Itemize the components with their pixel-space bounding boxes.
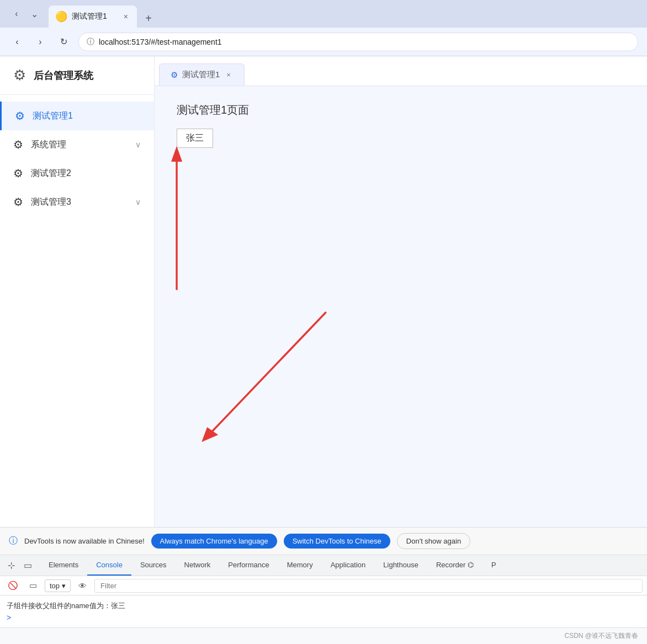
sidebar-item-test1[interactable]: ⚙ 测试管理1 (0, 102, 154, 130)
console-context-label: top (50, 582, 60, 590)
devtools-tab-memory[interactable]: Memory (278, 555, 322, 576)
console-prompt-line: > (7, 612, 640, 623)
switch-to-chinese-button[interactable]: Switch DevTools to Chinese (284, 534, 390, 549)
name-value-badge[interactable]: 张三 (177, 129, 213, 148)
bottom-bar: CSDN @谁不远飞魏青春 (0, 627, 647, 644)
main-tab-title: 测试管理1 (182, 70, 220, 80)
sidebar-logo-icon: ⚙ (13, 67, 26, 84)
chevron-down-icon: ▾ (62, 582, 66, 590)
main-tab-close-button[interactable]: × (224, 70, 233, 80)
nav-label-test3: 测试管理3 (31, 196, 71, 208)
new-tab-button[interactable]: + (139, 9, 158, 28)
tab-close-button[interactable]: × (121, 11, 130, 22)
devtools-tab-more[interactable]: P (482, 555, 505, 576)
nav-label-test2: 测试管理2 (31, 168, 71, 179)
annotation-arrows (155, 86, 647, 527)
main-content: ⚙ 测试管理1 × 测试管理1页面 张三 (155, 56, 647, 527)
svg-marker-1 (171, 146, 182, 162)
main-tab-icon: ⚙ (171, 70, 178, 80)
address-bar: ‹ › ↻ ⓘ localhost:5173/#/test-management… (0, 28, 647, 56)
devtools-tab-elements[interactable]: Elements (40, 555, 87, 576)
svg-marker-3 (201, 427, 218, 442)
footer-text: CSDN @谁不远飞魏青春 (564, 632, 638, 640)
page-title: 测试管理1页面 (177, 103, 625, 118)
devtools-icon-device[interactable]: ▭ (20, 557, 35, 574)
sidebar-item-test2[interactable]: ⚙ 测试管理2 (0, 159, 154, 188)
sidebar-item-system[interactable]: ⚙ 系统管理 ∨ (0, 130, 154, 159)
forward-button[interactable]: › (32, 34, 49, 50)
devtools-tab-performance[interactable]: Performance (219, 555, 278, 576)
main-tab-item[interactable]: ⚙ 测试管理1 × (159, 63, 245, 86)
nav-icon-system: ⚙ (13, 138, 23, 151)
nav-label-system: 系统管理 (31, 139, 66, 151)
nav-arrow-test3: ∨ (135, 198, 141, 206)
devtools-tab-bar: ⊹ ▭ Elements Console Sources Network Per… (0, 555, 647, 576)
page-content-area: 测试管理1页面 张三 (155, 86, 647, 527)
main-tab-bar: ⚙ 测试管理1 × (155, 56, 647, 86)
devtools-tab-application[interactable]: Application (322, 555, 375, 576)
devtools-tab-network[interactable]: Network (176, 555, 220, 576)
app-wrapper: ⚙ 后台管理系统 ⚙ 测试管理1 ⚙ 系统管理 ∨ ⚙ 测试管理2 ⚙ (0, 56, 647, 527)
dont-show-again-button[interactable]: Don't show again (397, 533, 470, 549)
console-log-text: 子组件接收父组件的name值为：张三 (7, 601, 125, 611)
devtools-console-toolbar: 🚫 ▭ top ▾ 👁 (0, 576, 647, 595)
nav-icon-test3: ⚙ (13, 195, 23, 209)
devtools-tab-sources[interactable]: Sources (131, 555, 176, 576)
notification-info-icon: ⓘ (9, 535, 18, 547)
sidebar-title: 后台管理系统 (34, 69, 93, 82)
console-filter-input[interactable] (94, 579, 643, 593)
url-bar[interactable]: ⓘ localhost:5173/#/test-management1 (78, 33, 638, 51)
devtools-tab-console[interactable]: Console (87, 555, 131, 576)
devtools-icons-group: ⊹ ▭ (0, 557, 40, 574)
devtools-tab-recorder[interactable]: Recorder ⌬ (427, 555, 482, 576)
console-context-dropdown[interactable]: top ▾ (45, 579, 71, 592)
nav-icon-test1: ⚙ (15, 109, 25, 123)
info-icon: ⓘ (87, 37, 94, 47)
reload-button[interactable]: ↻ (55, 34, 72, 50)
back-button[interactable]: ‹ (9, 34, 25, 50)
nav-arrow-system: ∨ (135, 140, 141, 149)
devtools-notification-bar: ⓘ DevTools is now available in Chinese! … (0, 527, 647, 555)
sidebar-nav: ⚙ 测试管理1 ⚙ 系统管理 ∨ ⚙ 测试管理2 ⚙ 测试管理3 ∨ (0, 95, 154, 527)
sidebar: ⚙ 后台管理系统 ⚙ 测试管理1 ⚙ 系统管理 ∨ ⚙ 测试管理2 ⚙ (0, 56, 155, 527)
devtools-tab-lighthouse[interactable]: Lighthouse (374, 555, 427, 576)
console-eye-button[interactable]: 👁 (75, 579, 90, 593)
console-toggle-button[interactable]: ▭ (26, 578, 40, 593)
svg-line-2 (210, 312, 326, 434)
tab-controls: ‹ ⌄ (4, 0, 46, 28)
match-language-button[interactable]: Always match Chrome's language (151, 534, 277, 549)
sidebar-item-test3[interactable]: ⚙ 测试管理3 ∨ (0, 188, 154, 216)
console-log-line: 子组件接收父组件的name值为：张三 (7, 600, 640, 612)
devtools-console-output: 子组件接收父组件的name值为：张三 > (0, 595, 647, 627)
tab-favicon: 🟡 (55, 10, 67, 23)
url-text: localhost:5173/#/test-management1 (99, 38, 222, 46)
browser-tab-bar: ‹ ⌄ 🟡 测试管理1 × + (0, 0, 647, 28)
nav-label-test1: 测试管理1 (33, 110, 73, 122)
tab-dropdown-button[interactable]: ⌄ (26, 6, 42, 22)
console-prompt-symbol[interactable]: > (7, 613, 11, 622)
tab-back-button[interactable]: ‹ (9, 6, 24, 22)
tab-title-text: 测试管理1 (72, 12, 117, 22)
console-clear-button[interactable]: 🚫 (4, 578, 22, 593)
active-tab[interactable]: 🟡 测试管理1 × (49, 6, 137, 28)
nav-icon-test2: ⚙ (13, 167, 23, 180)
sidebar-header: ⚙ 后台管理系统 (0, 56, 154, 95)
devtools-icon-inspect[interactable]: ⊹ (4, 557, 18, 574)
notification-text: DevTools is now available in Chinese! (24, 537, 145, 545)
